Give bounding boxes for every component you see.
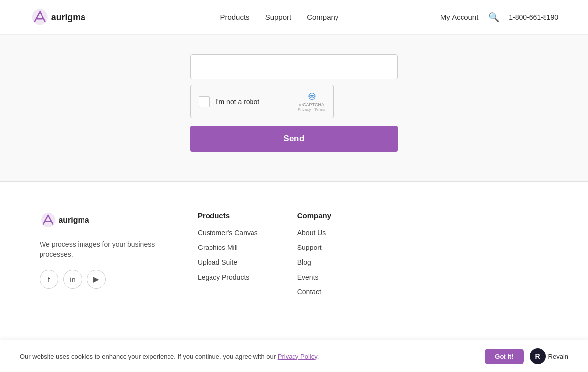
footer-inner: aurigma We process images for your busin… — [40, 211, 548, 296]
svg-text:aurigma: aurigma — [58, 216, 89, 224]
facebook-link[interactable]: f — [40, 270, 58, 289]
form-input[interactable] — [190, 54, 398, 79]
footer-legacy-products[interactable]: Legacy Products — [198, 273, 258, 281]
linkedin-icon: in — [70, 275, 76, 284]
nav-right: My Account 🔍 1-800-661-8190 — [440, 12, 558, 23]
search-icon: 🔍 — [488, 12, 499, 22]
footer-support[interactable]: Support — [297, 244, 331, 251]
form-container: I'm not a robot ♾ reCAPTCHA Privacy - Te… — [180, 54, 408, 152]
footer-company-title: Company — [297, 211, 331, 220]
footer-blog[interactable]: Blog — [297, 258, 331, 266]
captcha-checkbox[interactable] — [199, 96, 210, 107]
captcha-logo: ♾ reCAPTCHA Privacy - Terms — [298, 91, 325, 112]
main-section: I'm not a robot ♾ reCAPTCHA Privacy - Te… — [0, 35, 588, 181]
footer: aurigma We process images for your busin… — [0, 182, 588, 316]
search-button[interactable]: 🔍 — [488, 12, 499, 23]
footer-brand: aurigma We process images for your busin… — [40, 211, 168, 289]
footer-customers-canvas[interactable]: Customer's Canvas — [198, 229, 258, 237]
youtube-icon: ▶ — [93, 275, 99, 284]
nav-logo[interactable]: aurigma — [30, 7, 119, 27]
footer-graphics-mill[interactable]: Graphics Mill — [198, 244, 258, 251]
recaptcha-icon: ♾ — [308, 91, 316, 102]
recaptcha-brand: reCAPTCHA — [299, 102, 324, 107]
footer-company-col: Company About Us Support Blog Events Con… — [297, 211, 331, 296]
footer-products-col: Products Customer's Canvas Graphics Mill… — [198, 211, 258, 296]
captcha-label: I'm not a robot — [215, 98, 259, 106]
nav-company[interactable]: Company — [307, 13, 338, 21]
facebook-icon: f — [48, 275, 50, 284]
youtube-link[interactable]: ▶ — [87, 270, 106, 289]
send-button[interactable]: Send — [190, 126, 398, 152]
nav-products[interactable]: Products — [220, 13, 249, 21]
svg-text:aurigma: aurigma — [51, 12, 85, 22]
footer-socials: f in ▶ — [40, 270, 168, 289]
phone-number: 1-800-661-8190 — [509, 13, 558, 21]
nav-support[interactable]: Support — [265, 13, 292, 21]
linkedin-link[interactable]: in — [63, 270, 82, 289]
navbar: aurigma Products Support Company My Acco… — [0, 0, 588, 35]
footer-products-title: Products — [198, 211, 258, 220]
footer-upload-suite[interactable]: Upload Suite — [198, 258, 258, 266]
captcha-widget[interactable]: I'm not a robot ♾ reCAPTCHA Privacy - Te… — [190, 85, 334, 118]
footer-contact[interactable]: Contact — [297, 288, 331, 296]
footer-events[interactable]: Events — [297, 273, 331, 281]
footer-columns: Products Customer's Canvas Graphics Mill… — [198, 211, 548, 296]
footer-about-us[interactable]: About Us — [297, 229, 331, 237]
footer-tagline: We process images for your business proc… — [40, 239, 168, 260]
recaptcha-links: Privacy - Terms — [298, 107, 325, 112]
nav-links: Products Support Company — [220, 13, 338, 22]
my-account-link[interactable]: My Account — [440, 13, 479, 21]
